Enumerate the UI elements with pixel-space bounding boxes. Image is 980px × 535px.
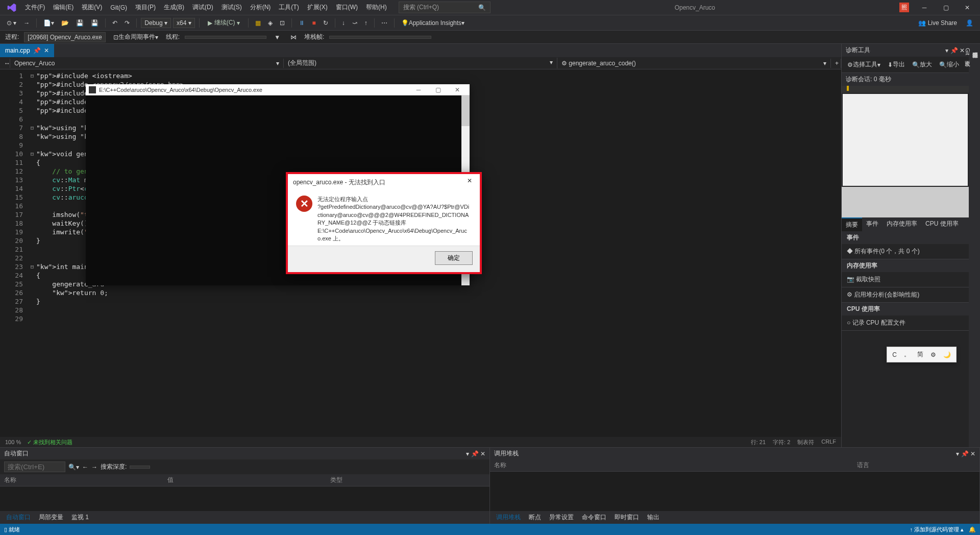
restart-icon[interactable]: ↻ xyxy=(321,18,331,28)
console-min-button[interactable]: ─ xyxy=(409,85,428,95)
filter-icon[interactable]: ▼ xyxy=(272,32,283,42)
tab-command[interactable]: 命令窗口 xyxy=(578,512,610,523)
diag-tab-events[interactable]: 事件 xyxy=(862,217,883,231)
cs-col-name[interactable]: 名称 xyxy=(490,459,853,471)
menu-project[interactable]: 项目(P) xyxy=(131,2,160,13)
indent-mode[interactable]: 制表符 xyxy=(797,439,814,446)
console-max-button[interactable]: ▢ xyxy=(429,85,447,95)
console-titlebar[interactable]: E:\C++Code\aruco\Opencv_Aruco\x64\Debug\… xyxy=(86,84,470,95)
menu-tools[interactable]: 工具(T) xyxy=(275,2,303,13)
ime-moon-icon[interactable]: 🌙 xyxy=(941,350,953,359)
diag-events-row[interactable]: ◆ 所有事件(0 个，共 0 个) xyxy=(842,244,969,259)
menu-git[interactable]: Git(G) xyxy=(106,3,131,13)
diag-chart[interactable] xyxy=(843,94,968,186)
diag-snapshot[interactable]: 📷 截取快照 xyxy=(842,272,969,287)
nav-next-icon[interactable]: → xyxy=(91,464,97,471)
menu-build[interactable]: 生成(B) xyxy=(160,2,188,13)
menu-help[interactable]: 帮助(H) xyxy=(362,2,391,13)
pause-icon[interactable]: ⏸ xyxy=(296,18,307,28)
continue-button[interactable]: ▶ 继续(C) ▾ xyxy=(204,17,244,29)
toolbar-icon-2[interactable]: ◈ xyxy=(265,18,275,28)
console-close-button[interactable]: ✕ xyxy=(448,85,467,95)
diag-export[interactable]: ⬇ 导出 xyxy=(885,59,908,70)
rail-server-explorer[interactable]: 服务器资源管理器 xyxy=(971,48,979,437)
nav-func[interactable]: ⚙ gengerate_aruco_code()▾ xyxy=(557,59,831,68)
config-dropdown[interactable]: Debug ▾ xyxy=(141,18,171,28)
tab-breakpoints[interactable]: 断点 xyxy=(525,512,545,523)
cs-col-lang[interactable]: 语言 xyxy=(853,459,979,471)
status-scm[interactable]: ↑ 添加到源代码管理 ▴ xyxy=(910,526,964,533)
tab-close-icon[interactable]: ✕ xyxy=(44,47,49,54)
save-icon[interactable]: 💾 xyxy=(74,18,86,28)
ime-toolbar[interactable]: C 。 简 ⚙ 🌙 xyxy=(887,347,957,362)
tab-autos[interactable]: 自动窗口 xyxy=(2,512,35,523)
menu-debug[interactable]: 调试(D) xyxy=(188,2,217,13)
step-out-icon[interactable]: ↑ xyxy=(362,18,370,28)
lifecycle-icon[interactable]: ⊡ 生命周期事件 ▾ xyxy=(111,31,161,43)
tab-callstack[interactable]: 调用堆栈 xyxy=(492,512,525,523)
process-dropdown[interactable]: [20968] Opencv_Aruco.exe xyxy=(24,32,105,42)
diag-zoom-in[interactable]: 🔍 放大 xyxy=(910,59,935,70)
open-icon[interactable]: 📂 xyxy=(59,18,71,28)
tab-immediate[interactable]: 即时窗口 xyxy=(610,512,643,523)
more-icons[interactable]: ⋯ xyxy=(379,18,390,28)
menu-file[interactable]: 文件(F) xyxy=(21,2,49,13)
depth-dropdown[interactable] xyxy=(130,466,150,469)
tab-output[interactable]: 输出 xyxy=(643,512,664,523)
thread-dropdown[interactable] xyxy=(185,36,266,39)
ime-settings-icon[interactable]: ⚙ xyxy=(928,350,938,359)
error-ok-button[interactable]: 确定 xyxy=(435,251,473,265)
menu-edit[interactable]: 编辑(E) xyxy=(49,2,78,13)
close-button[interactable]: ✕ xyxy=(957,2,977,14)
issues-status[interactable]: ✓ 未找到相关问题 xyxy=(27,439,72,446)
live-share-button[interactable]: 👥 Live Share xyxy=(914,18,961,28)
diag-tab-memory[interactable]: 内存使用率 xyxy=(883,217,921,231)
search-icon[interactable]: 🔍▾ xyxy=(68,464,79,471)
diag-chart2[interactable] xyxy=(842,187,969,217)
file-tab-main[interactable]: main.cpp 📌 ✕ xyxy=(0,44,54,57)
menu-test[interactable]: 测试(S) xyxy=(217,2,246,13)
global-search[interactable]: 搜索 (Ctrl+Q) 🔍 xyxy=(399,2,491,13)
nav-arrow-icon[interactable]: ↔ xyxy=(0,59,10,68)
step-over-icon[interactable]: ⤻ xyxy=(350,18,360,28)
nav-project[interactable]: Opencv_Aruco▾ xyxy=(10,59,284,68)
pin-icon[interactable]: 📌 xyxy=(33,47,41,54)
col-value[interactable]: 值 xyxy=(163,474,327,486)
account-icon[interactable]: 👤 xyxy=(963,18,976,28)
filter2-icon[interactable]: ⋈ xyxy=(288,32,299,42)
toolbar-icon-1[interactable]: ▦ xyxy=(253,18,263,28)
ime-c[interactable]: C xyxy=(890,350,899,359)
app-insights[interactable]: 💡 Application Insights ▾ xyxy=(399,18,467,28)
minimize-button[interactable]: ─ xyxy=(914,2,935,14)
tab-locals[interactable]: 局部变量 xyxy=(35,512,67,523)
save-all-icon[interactable]: 💾 xyxy=(88,18,101,28)
fold-column[interactable]: ⊟ ⊟ ⊟ ⊟ xyxy=(28,69,36,437)
step-into-icon[interactable]: ↓ xyxy=(339,18,348,28)
stop-icon[interactable]: ■ xyxy=(309,18,318,28)
ime-zh[interactable]: 。 xyxy=(902,349,912,360)
nav-fwd-icon[interactable]: → xyxy=(21,18,32,28)
tab-exceptions[interactable]: 异常设置 xyxy=(545,512,578,523)
lang-badge[interactable]: 照 xyxy=(899,3,909,12)
toolbar-icon-3[interactable]: ⊡ xyxy=(277,18,287,28)
diag-tab-cpu[interactable]: CPU 使用率 xyxy=(921,217,963,231)
maximize-button[interactable]: ▢ xyxy=(936,2,956,14)
platform-dropdown[interactable]: x64 ▾ xyxy=(173,18,195,28)
tab-watch1[interactable]: 监视 1 xyxy=(67,512,93,523)
stackframe-dropdown[interactable] xyxy=(329,36,431,39)
redo-icon[interactable]: ↷ xyxy=(122,18,132,28)
menu-window[interactable]: 窗口(W) xyxy=(332,2,362,13)
status-notif-icon[interactable]: 🔔 xyxy=(969,526,976,533)
diag-cpu-record[interactable]: ○ 记录 CPU 配置文件 xyxy=(842,315,969,331)
nav-back-icon[interactable]: ⊙ ▾ xyxy=(4,18,19,28)
undo-icon[interactable]: ↶ xyxy=(110,18,120,28)
diag-tab-summary[interactable]: 摘要 xyxy=(842,217,862,231)
ime-jian[interactable]: 简 xyxy=(915,349,925,360)
new-project-icon[interactable]: 📄▾ xyxy=(41,18,57,28)
menu-analyze[interactable]: 分析(N) xyxy=(246,2,275,13)
zoom-level[interactable]: 100 % xyxy=(5,439,21,445)
diag-zoom-out[interactable]: 🔍 缩小 xyxy=(937,59,962,70)
error-close-button[interactable]: ✕ xyxy=(464,177,475,187)
nav-prev-icon[interactable]: ← xyxy=(82,464,88,471)
eol-mode[interactable]: CRLF xyxy=(821,439,836,446)
